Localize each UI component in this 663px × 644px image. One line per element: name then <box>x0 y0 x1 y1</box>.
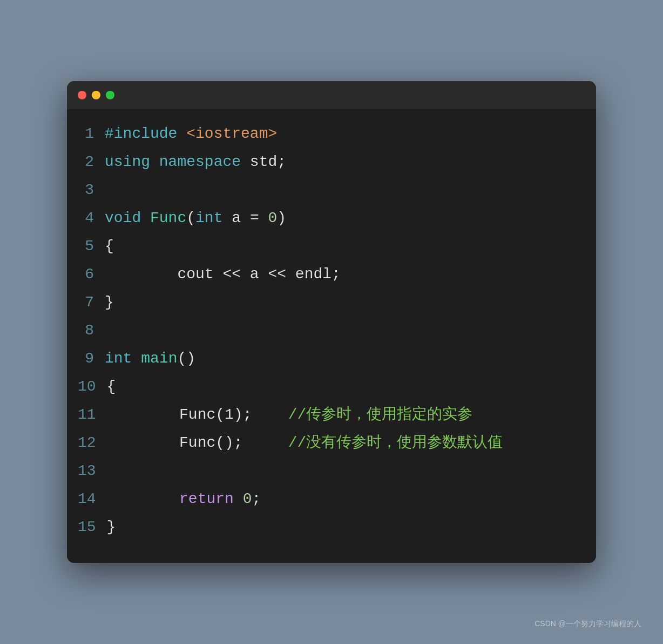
line-number-15: 15 <box>78 513 107 541</box>
line-content-5: { <box>105 232 114 260</box>
code-line-9: 9 int main() <box>78 345 580 373</box>
line-content-13 <box>107 457 116 485</box>
code-line-8: 8 <box>78 317 580 345</box>
line-content-15: } <box>107 513 116 541</box>
watermark: CSDN @一个努力学习编程的人 <box>535 619 641 629</box>
line-number-2: 2 <box>78 148 105 176</box>
line-content-8 <box>105 317 114 345</box>
title-bar <box>67 81 596 109</box>
line-content-12: Func(); //没有传参时，使用参数默认值 <box>107 429 503 457</box>
code-line-15: 15 } <box>78 513 580 541</box>
line-content-10: { <box>107 373 116 401</box>
line-number-1: 1 <box>78 120 105 148</box>
code-line-4: 4 void Func(int a = 0) <box>78 204 580 232</box>
code-line-6: 6 cout << a << endl; <box>78 260 580 289</box>
line-number-6: 6 <box>78 260 105 289</box>
code-line-5: 5 { <box>78 232 580 260</box>
line-content-14: return 0; <box>107 485 261 513</box>
line-number-7: 7 <box>78 289 105 317</box>
code-line-12: 12 Func(); //没有传参时，使用参数默认值 <box>78 429 580 457</box>
code-line-1: 1 #include <iostream> <box>78 120 580 148</box>
line-number-8: 8 <box>78 317 105 345</box>
line-number-4: 4 <box>78 204 105 232</box>
minimize-button[interactable] <box>92 91 100 99</box>
line-content-1: #include <iostream> <box>105 120 277 148</box>
line-content-4: void Func(int a = 0) <box>105 204 286 232</box>
code-line-14: 14 return 0; <box>78 485 580 513</box>
code-area: 1 #include <iostream> 2 using namespace … <box>67 109 596 563</box>
code-line-11: 11 Func(1); //传参时，使用指定的实参 <box>78 401 580 429</box>
editor-window: 1 #include <iostream> 2 using namespace … <box>67 81 596 563</box>
line-number-9: 9 <box>78 345 105 373</box>
line-number-11: 11 <box>78 401 107 429</box>
line-content-9: int main() <box>105 345 195 373</box>
code-line-10: 10 { <box>78 373 580 401</box>
line-number-3: 3 <box>78 176 105 204</box>
line-content-7: } <box>105 289 114 317</box>
close-button[interactable] <box>78 91 86 99</box>
line-content-2: using namespace std; <box>105 148 286 176</box>
line-number-5: 5 <box>78 232 105 260</box>
line-number-14: 14 <box>78 485 107 513</box>
line-number-13: 13 <box>78 457 107 485</box>
code-line-13: 13 <box>78 457 580 485</box>
code-line-7: 7 } <box>78 289 580 317</box>
code-line-2: 2 using namespace std; <box>78 148 580 176</box>
line-content-3 <box>105 176 114 204</box>
page-wrapper: 1 #include <iostream> 2 using namespace … <box>0 0 663 644</box>
line-content-11: Func(1); //传参时，使用指定的实参 <box>107 401 473 429</box>
line-number-12: 12 <box>78 429 107 457</box>
line-number-10: 10 <box>78 373 107 401</box>
line-content-6: cout << a << endl; <box>105 260 341 289</box>
code-line-3: 3 <box>78 176 580 204</box>
maximize-button[interactable] <box>106 91 114 99</box>
